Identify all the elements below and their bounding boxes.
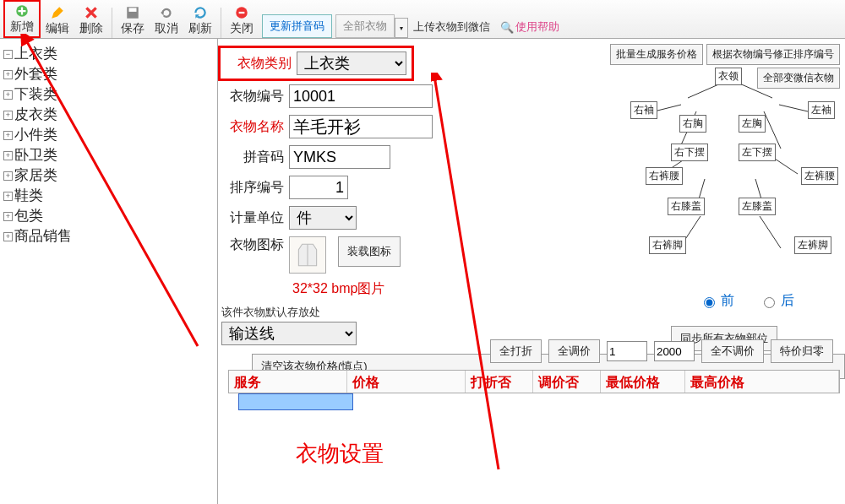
part-collar[interactable]: 衣领 — [715, 68, 742, 85]
part-l-knee[interactable]: 左膝盖 — [739, 198, 776, 215]
number-input[interactable] — [289, 84, 433, 108]
tree-item[interactable]: +外套类 — [3, 64, 214, 84]
radio-front[interactable]: 前 — [700, 292, 734, 310]
view-radios: 前 后 — [700, 292, 794, 310]
tree-label: 下装类 — [14, 84, 57, 105]
help-button[interactable]: 🔍使用帮助 — [495, 16, 564, 38]
icon-preview — [289, 236, 326, 274]
radio-front-label: 前 — [721, 292, 734, 310]
expand-icon[interactable]: + — [3, 212, 13, 221]
tree-item[interactable]: +鞋类 — [3, 186, 214, 206]
tree-item[interactable]: +家居类 — [3, 165, 214, 186]
part-l-foot[interactable]: 左裤脚 — [794, 236, 831, 254]
cancel-button[interactable]: 取消 — [150, 3, 183, 38]
update-pinyin-button[interactable]: 更新拼音码 — [262, 14, 332, 38]
tree-label: 家居类 — [14, 165, 57, 186]
tree-label: 小件类 — [14, 125, 57, 145]
expand-icon[interactable]: + — [3, 131, 13, 140]
tree-label: 鞋类 — [14, 186, 43, 206]
page-title-annotation: 衣物设置 — [296, 439, 384, 469]
save-button[interactable]: 保存 — [116, 3, 150, 38]
number-label: 衣物编号 — [218, 88, 284, 106]
special-zero-button[interactable]: 特价归零 — [771, 339, 833, 363]
expand-icon[interactable]: + — [3, 232, 13, 241]
radio-back[interactable]: 后 — [760, 292, 794, 310]
part-r-waist[interactable]: 右裤腰 — [646, 167, 683, 185]
all-adjust-button[interactable]: 全调价 — [548, 339, 600, 363]
expand-icon[interactable]: + — [3, 90, 13, 100]
close-label: 关闭 — [230, 21, 254, 36]
tree-item[interactable]: +皮衣类 — [3, 105, 214, 125]
no-adjust-button[interactable]: 全不调价 — [701, 339, 764, 363]
unit-label: 计量单位 — [218, 209, 284, 227]
category-tree: −上衣类 +外套类 +下装类 +皮衣类 +小件类 +卧卫类 +家居类 +鞋类 +… — [0, 39, 218, 504]
th-min: 最低价格 — [601, 371, 685, 393]
name-input[interactable] — [289, 115, 433, 138]
plus-icon — [14, 3, 30, 19]
new-button[interactable]: 新增 — [3, 0, 41, 38]
th-price: 价格 — [347, 371, 466, 393]
part-r-hem[interactable]: 右下摆 — [671, 144, 708, 161]
tree-label: 包类 — [14, 206, 43, 226]
th-service: 服务 — [229, 371, 347, 393]
part-l-sleeve[interactable]: 左袖 — [808, 101, 835, 119]
table-selected-cell[interactable] — [238, 393, 353, 410]
expand-icon[interactable]: + — [3, 70, 13, 79]
part-r-sleeve[interactable]: 右袖 — [630, 101, 657, 119]
close-button[interactable]: 关闭 — [225, 3, 259, 38]
delete-button[interactable]: 删除 — [74, 3, 108, 38]
load-icon-button[interactable]: 装载图标 — [338, 236, 401, 267]
save-label: 保存 — [121, 21, 144, 36]
search-icon: 🔍 — [500, 21, 514, 34]
unit-select[interactable]: 件 — [289, 206, 357, 230]
upload-wechat-button[interactable]: 上传衣物到微信 — [408, 16, 495, 38]
main-toolbar: 新增 编辑 删除 保存 取消 刷新 关闭 更新拼音码 全部衣物 ▾ 上传衣物到微… — [0, 0, 845, 39]
price-toolbar: 全打折 全调价 全不调价 特价归零 — [228, 339, 840, 363]
tree-item[interactable]: +商品销售 — [3, 226, 214, 247]
expand-icon[interactable]: + — [3, 151, 13, 160]
category-select[interactable]: 上衣类 — [297, 51, 406, 75]
refresh-button[interactable]: 刷新 — [183, 3, 217, 38]
part-r-knee[interactable]: 右膝盖 — [668, 198, 705, 215]
cardigan-icon — [293, 241, 322, 269]
tree-item[interactable]: +下装类 — [3, 84, 214, 105]
pinyin-input[interactable] — [289, 145, 390, 169]
all-clothes-dropdown[interactable]: ▾ — [395, 18, 408, 38]
svg-rect-2 — [129, 8, 137, 12]
collapse-icon[interactable]: − — [3, 50, 13, 59]
refresh-label: 刷新 — [188, 21, 212, 36]
part-l-hem[interactable]: 左下摆 — [739, 144, 776, 161]
expand-icon[interactable]: + — [3, 192, 13, 201]
tree-item[interactable]: +小件类 — [3, 125, 214, 145]
form-content: 衣物类别 上衣类 衣物编号 衣物名称 拼音码 排序编号 计量单位 件 衣物图标 … — [218, 39, 845, 504]
pinyin-label: 拼音码 — [218, 149, 284, 166]
tree-label: 卧卫类 — [14, 145, 57, 165]
tree-item[interactable]: −上衣类 — [3, 44, 214, 64]
tree-item[interactable]: +卧卫类 — [3, 145, 214, 165]
sort-input[interactable] — [289, 176, 348, 199]
price-input-1[interactable] — [607, 341, 647, 361]
tree-item[interactable]: +包类 — [3, 206, 214, 226]
expand-icon[interactable]: + — [3, 111, 13, 120]
all-discount-button[interactable]: 全打折 — [490, 339, 542, 363]
part-l-chest[interactable]: 左胸 — [739, 115, 766, 133]
pencil-icon — [50, 5, 65, 20]
radio-back-label: 后 — [781, 292, 794, 310]
body-part-map: 衣领 右袖 左袖 右胸 左胸 右下摆 左下摆 右裤腰 左裤腰 右膝盖 左膝盖 右… — [620, 64, 840, 284]
price-table-header: 服务 价格 打折否 调价否 最低价格 最高价格 — [228, 370, 840, 393]
svg-rect-4 — [239, 12, 245, 14]
sort-label: 排序编号 — [218, 179, 284, 197]
all-clothes-button[interactable]: 全部衣物 — [335, 14, 395, 38]
part-r-foot[interactable]: 右裤脚 — [649, 236, 686, 254]
refresh-icon — [193, 5, 208, 20]
separator — [112, 8, 112, 38]
edit-button[interactable]: 编辑 — [41, 3, 74, 38]
expand-icon[interactable]: + — [3, 171, 13, 181]
icon-label: 衣物图标 — [218, 236, 284, 254]
tree-label: 皮衣类 — [14, 105, 57, 125]
tree-label: 上衣类 — [14, 44, 57, 64]
part-l-waist[interactable]: 左裤腰 — [801, 167, 838, 185]
part-r-chest[interactable]: 右胸 — [679, 115, 706, 133]
category-highlight: 衣物类别 上衣类 — [218, 46, 414, 81]
price-input-2[interactable] — [654, 341, 695, 361]
